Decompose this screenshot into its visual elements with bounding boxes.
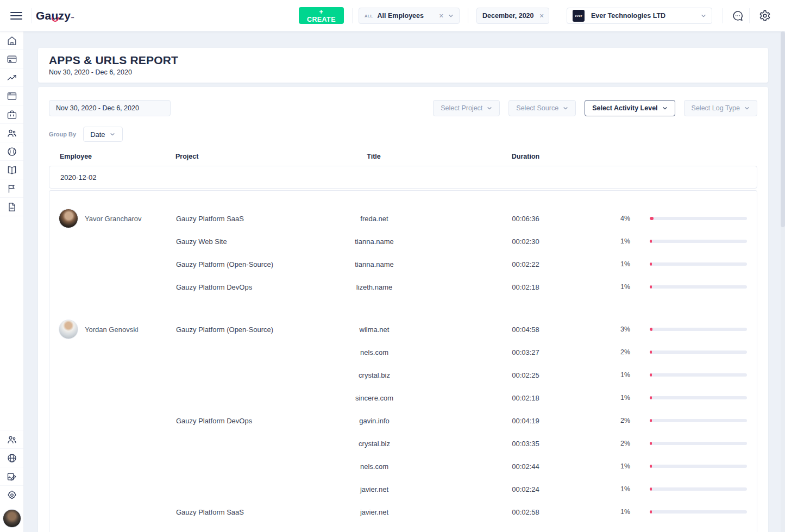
close-icon[interactable]: ✕: [539, 12, 544, 20]
group-by-select[interactable]: Date: [83, 127, 123, 142]
column-header-title: Title: [298, 153, 450, 160]
sidebar-item-file-text[interactable]: [0, 198, 23, 216]
column-header-employee: Employee: [49, 153, 175, 160]
activity-percent: 2%: [601, 417, 650, 424]
duration-cell: 00:02:44: [450, 462, 601, 471]
sidebar-item-browser[interactable]: [0, 87, 23, 105]
sidebar-top-menu: [0, 32, 23, 216]
table-row: nels.com00:03:272%: [49, 341, 757, 364]
chevron-down-icon: [110, 132, 115, 137]
activity-bar: [650, 328, 757, 331]
activity-bar-fill: [650, 262, 652, 266]
employee-cell: [49, 455, 176, 478]
employee-cell: [49, 432, 176, 455]
activity-bar-track: [650, 262, 747, 266]
organization-select[interactable]: ever Ever Technologies LTD: [567, 8, 712, 24]
filter-select-log-type[interactable]: Select Log Type: [684, 100, 757, 116]
activity-bar-fill: [650, 510, 652, 514]
page-title: APPS & URLS REPORT: [49, 54, 757, 67]
table-row: crystal.biz00:03:352%: [49, 432, 757, 455]
activity-bar-fill: [650, 419, 652, 422]
title-cell: lizeth.name: [298, 283, 450, 291]
duration-cell: 00:02:58: [450, 508, 601, 516]
flag-icon: [7, 183, 17, 194]
sidebar-item-briefcase[interactable]: [0, 105, 23, 124]
employee-cell: [49, 230, 176, 253]
title-cell: tianna.name: [298, 237, 450, 246]
sidebar-item-users[interactable]: [0, 124, 23, 142]
activity-bar: [650, 487, 757, 491]
gauzy-logo[interactable]: Gauzy™: [36, 0, 74, 32]
sidebar-item-credit-card[interactable]: [0, 50, 23, 68]
sidebar-item-team[interactable]: [0, 430, 23, 448]
user-avatar[interactable]: [3, 509, 21, 528]
menu-toggle-button[interactable]: [7, 0, 26, 32]
title-cell: nels.com: [298, 462, 450, 471]
employee-name: Yordan Genovski: [85, 326, 139, 334]
duration-cell: 00:03:35: [450, 440, 601, 448]
activity-percent: 3%: [601, 326, 650, 333]
sidebar-item-ball[interactable]: [0, 142, 23, 161]
chat-button[interactable]: [728, 0, 748, 32]
filter-select-project[interactable]: Select Project: [433, 100, 500, 116]
group-by-row: Group By Date: [49, 127, 757, 142]
users-icon: [7, 128, 17, 139]
sidebar-item-image-edit[interactable]: [0, 467, 23, 485]
employee-select[interactable]: ALL All Employees ✕: [359, 8, 460, 24]
sidebar-item-flag[interactable]: [0, 179, 23, 198]
group-by-value: Date: [90, 130, 105, 139]
table-row: Yavor GrancharovGauzy Platform SaaSfreda…: [49, 207, 757, 230]
sidebar-item-trending-up[interactable]: [0, 68, 23, 87]
activity-bar-fill: [650, 487, 652, 491]
activity-percent: 1%: [601, 485, 650, 493]
filter-select-source[interactable]: Select Source: [508, 100, 576, 116]
activity-bar: [650, 419, 757, 422]
sidebar-item-settings-flower[interactable]: [0, 485, 23, 504]
activity-bar: [650, 285, 757, 289]
home-icon: [7, 35, 17, 46]
duration-cell: 00:06:36: [450, 215, 601, 223]
activity-percent: 1%: [601, 283, 650, 291]
filter-label: Select Activity Level: [592, 104, 657, 112]
table-body: Yavor GrancharovGauzy Platform SaaSfreda…: [49, 190, 757, 532]
table-row: crystal.biz00:02:251%: [49, 364, 757, 386]
project-cell: Gauzy Platform DevOps: [176, 283, 298, 291]
filter-select-activity-level[interactable]: Select Activity Level: [585, 100, 675, 116]
sidebar-item-globe[interactable]: [0, 448, 23, 467]
filter-selects: Select ProjectSelect SourceSelect Activi…: [424, 100, 757, 116]
sidebar-item-home[interactable]: [0, 32, 23, 50]
activity-bar-track: [650, 419, 747, 422]
divider: [468, 8, 468, 23]
employee-name: Yavor Grancharov: [85, 215, 142, 223]
column-header-duration: Duration: [450, 153, 601, 160]
vertical-scrollbar[interactable]: [781, 32, 785, 532]
month-select[interactable]: December, 2020 ✕: [476, 8, 549, 24]
activity-bar-fill: [650, 396, 652, 399]
activity-bar-fill: [650, 442, 652, 445]
activity-bar-track: [650, 240, 747, 243]
date-range-input[interactable]: Nov 30, 2020 - Dec 6, 2020: [49, 100, 171, 116]
browser-icon: [7, 91, 17, 102]
title-cell: sincere.com: [298, 394, 450, 402]
logo-text: zy: [58, 9, 71, 22]
activity-bar: [650, 442, 757, 445]
table-row: javier.net00:02:241%: [49, 478, 757, 500]
title-cell: crystal.biz: [298, 371, 450, 379]
table-row: Yordan GenovskiGauzy Platform (Open-Sour…: [49, 318, 757, 341]
credit-card-icon: [7, 54, 17, 65]
create-button[interactable]: + CREATE: [299, 7, 344, 24]
title-cell: wilma.net: [298, 326, 450, 334]
duration-cell: 00:04:58: [450, 326, 601, 334]
project-cell: Gauzy Platform (Open-Source): [176, 260, 298, 268]
employee-cell: [49, 341, 176, 364]
employee-cell: [49, 523, 176, 532]
briefcase-icon: [7, 109, 17, 120]
settings-button[interactable]: [755, 0, 775, 32]
employee-cell: Yavor Grancharov: [49, 207, 176, 230]
scrollbar-thumb[interactable]: [781, 32, 785, 227]
activity-bar-fill: [650, 285, 652, 289]
activity-bar: [650, 510, 757, 514]
sidebar-item-book[interactable]: [0, 161, 23, 179]
close-icon[interactable]: ✕: [439, 12, 444, 20]
duration-cell: 00:02:24: [450, 485, 601, 493]
